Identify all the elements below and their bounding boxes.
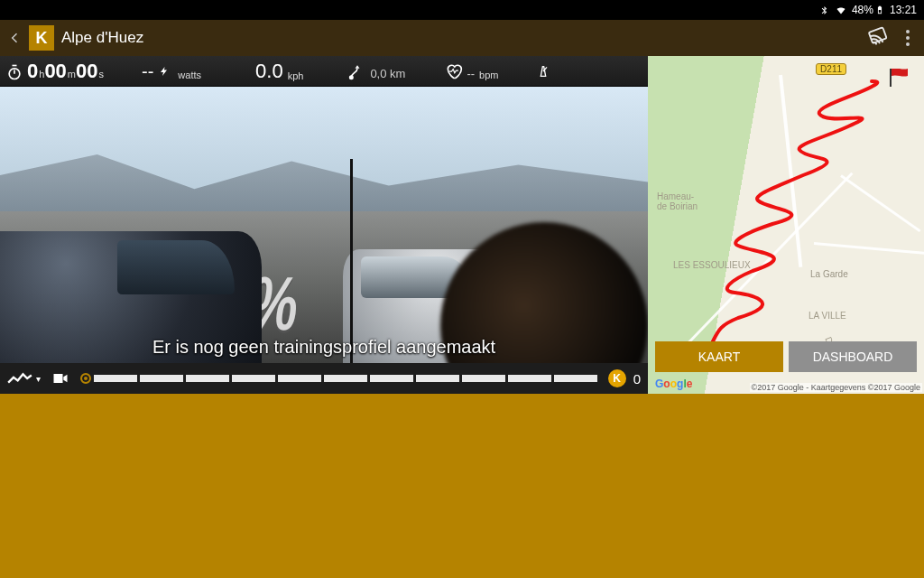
stopwatch-icon: [5, 63, 23, 81]
map-attribution: ©2017 Google - Kaartgegevens ©2017 Googl…: [750, 383, 922, 392]
metric-hr: --bpm: [445, 62, 498, 80]
bolt-icon: [155, 62, 173, 80]
tab-dashboard[interactable]: DASHBOARD: [789, 341, 917, 372]
battery-status: 48%: [852, 4, 884, 16]
gps-route: [648, 56, 924, 363]
metric-time: 0h 00m 00s: [5, 61, 104, 81]
heart-icon: [445, 62, 463, 80]
metric-power: -- watts: [142, 62, 201, 80]
metric-distance: 0,0 km: [348, 62, 405, 80]
route-icon: [348, 62, 366, 80]
app-logo-letter: K: [36, 29, 48, 48]
wifi-icon: [836, 5, 846, 15]
google-logo: Google: [655, 378, 692, 390]
video-viewport[interactable]: 1% Er is nog geen trainingsprofiel aange…: [0, 87, 648, 363]
app-logo[interactable]: K: [29, 25, 54, 51]
battery-pct: 48%: [852, 4, 873, 16]
profile-toggle[interactable]: ▾: [7, 372, 41, 385]
metric-speed: 0.0 kph: [255, 61, 303, 81]
coin-counter: K 0: [608, 369, 641, 387]
back-button[interactable]: [7, 31, 22, 45]
bluetooth-icon: [819, 5, 830, 15]
coin-icon: K: [608, 369, 626, 387]
progress-track[interactable]: [80, 373, 597, 384]
cast-icon[interactable]: [868, 26, 888, 50]
android-status-bar: 48% 13:21: [0, 0, 924, 20]
svg-point-2: [350, 76, 353, 79]
timeline-bar: ▾ K 0: [0, 363, 648, 394]
map-panel[interactable]: D211 Hameau- de Boirian LES ESSOULIEUX L…: [648, 56, 924, 394]
video-cam-icon[interactable]: [51, 369, 69, 387]
metronome-icon: [534, 62, 552, 80]
more-menu-icon[interactable]: [906, 30, 910, 46]
metrics-bar: 0h 00m 00s -- watts 0.0 kph: [0, 56, 648, 87]
bottom-filler: [0, 394, 924, 578]
coin-count: 0: [633, 371, 641, 387]
video-frame: 1%: [0, 87, 648, 363]
tab-kaart[interactable]: KAART: [655, 341, 783, 372]
finish-flag-icon: [890, 69, 892, 87]
clock: 13:21: [890, 4, 917, 16]
video-caption: Er is nog geen trainingsprofiel aangemaa…: [0, 337, 648, 358]
page-title: Alpe d'Huez: [61, 29, 861, 47]
chevron-down-icon: ▾: [36, 374, 41, 384]
app-bar: K Alpe d'Huez: [0, 20, 924, 56]
progress-handle[interactable]: [80, 373, 91, 384]
